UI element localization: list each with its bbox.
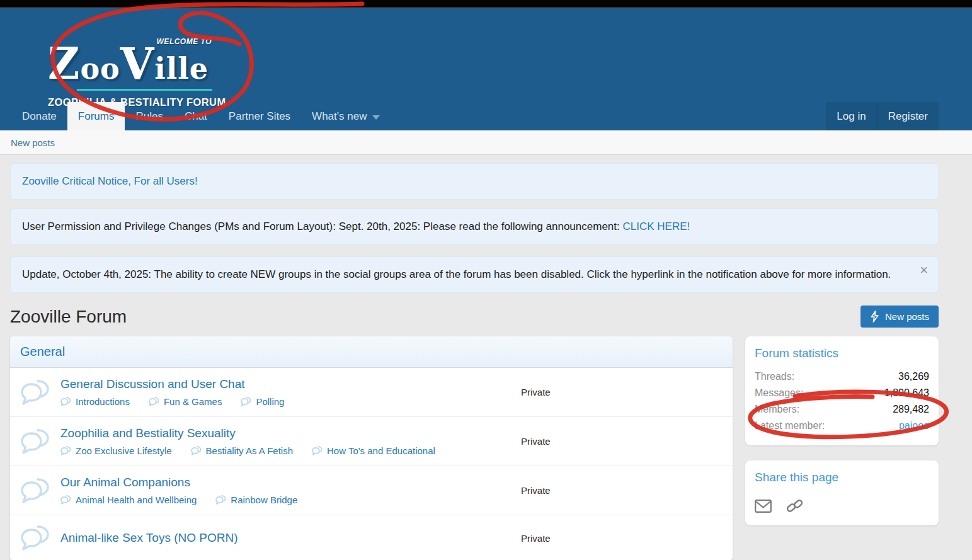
subforum-bubble-icon [60,495,71,505]
sub-navigation: New posts [0,130,972,155]
subforum-link[interactable]: Polling [241,396,284,407]
category-header-general[interactable]: General [10,336,733,368]
subnav-new-posts-link[interactable]: New posts [11,137,55,148]
forum-chat-bubbles-icon [20,525,50,551]
forum-privacy-label: Private [521,387,723,397]
subforum-list: Animal Health and Wellbeing Rainbow Brid… [60,494,521,505]
subforum-link[interactable]: Animal Health and Wellbeing [60,494,197,505]
forum-privacy-label: Private [521,436,723,447]
lightning-bolt-icon [870,311,879,323]
forum-row: Our Animal Companions Animal Health and … [10,466,733,515]
share-this-page-title: Share this page [755,471,929,484]
stat-threads: Threads: 36,269 [755,369,929,385]
forum-privacy-label: Private [521,485,723,496]
new-posts-button[interactable]: New posts [861,306,939,328]
auth-buttons: Log in Register [826,102,939,130]
share-this-page-card: Share this page [745,460,939,525]
notice-text: Update, October 4th, 2025: The ability t… [22,268,891,280]
forum-row: General Discussion and User Chat Introdu… [10,368,733,417]
nav-item-donate[interactable]: Donate [11,102,67,130]
notice-critical[interactable]: Zooville Critical Notice, For all Users! [10,163,939,200]
subforum-link[interactable]: Introductions [60,396,130,407]
subforum-link[interactable]: Zoo Exclusive Lifestyle [60,445,172,456]
nav-item-partner-sites[interactable]: Partner Sites [218,102,301,130]
forum-category-block: General General Discussion and User Chat… [10,336,733,560]
forum-statistics-card: Forum statistics Threads: 36,269 Message… [745,336,939,445]
forum-chat-bubbles-icon [20,428,50,455]
forum-statistics-title: Forum statistics [755,346,929,360]
chevron-down-icon [372,115,380,120]
forum-chat-bubbles-icon [20,477,50,504]
subforum-bubble-icon [312,446,323,455]
sidebar: Forum statistics Threads: 36,269 Message… [745,336,939,525]
subforum-list: Zoo Exclusive Lifestyle Bestiality As A … [60,445,521,456]
email-share-icon[interactable] [755,500,772,513]
page-title: Zooville Forum [10,307,127,327]
subforum-bubble-icon [241,397,251,406]
subforum-bubble-icon [60,446,71,455]
main-columns: General General Discussion and User Chat… [10,336,939,560]
main-navigation: Donate Forums Rules Chat Partner Sites W… [0,102,972,130]
latest-member-link[interactable]: paiooo [899,418,929,434]
nav-item-rules[interactable]: Rules [125,102,173,130]
forum-chat-bubbles-icon [20,379,50,406]
subforum-link[interactable]: Fun & Games [149,396,222,407]
subforum-link[interactable]: Rainbow Bridge [215,494,297,505]
login-button[interactable]: Log in [826,102,876,130]
browser-top-strip [0,0,972,8]
forum-row: Zoophilia and Bestiality Sexuality Zoo E… [10,417,733,466]
stat-latest-member: Latest member: paiooo [755,418,929,434]
forum-link[interactable]: Zoophilia and Bestiality Sexuality [60,426,236,440]
nav-item-forums[interactable]: Forums [67,102,125,130]
logo-welcome-text: WELCOME TO [157,37,212,46]
notice-groups-disabled: Update, October 4th, 2025: The ability t… [10,256,939,293]
register-button[interactable]: Register [877,102,939,130]
nav-item-chat[interactable]: Chat [174,102,218,130]
subforum-bubble-icon [149,397,159,406]
subforum-bubble-icon [215,495,226,505]
notice-text: User Permission and Privilege Changes (P… [22,220,622,232]
subforum-bubble-icon [60,397,71,406]
notice-permission-changes: User Permission and Privilege Changes (P… [10,209,939,245]
nav-item-whats-new[interactable]: What's new [301,102,391,130]
subforum-link[interactable]: Bestiality As A Fetish [191,445,293,456]
subforum-link[interactable]: How To's and Educational [312,445,435,456]
stat-members: Members: 289,482 [755,401,929,418]
subforum-bubble-icon [191,446,202,455]
forum-link[interactable]: Animal-like Sex Toys (NO PORN) [60,531,238,544]
subforum-list: Introductions Fun & Games Polling [60,396,521,407]
forum-link[interactable]: General Discussion and User Chat [60,377,245,391]
link-share-icon[interactable] [786,498,803,514]
forum-row: Animal-like Sex Toys (NO PORN) Private [10,515,733,560]
forum-privacy-label: Private [521,533,723,544]
forum-link[interactable]: Our Animal Companions [60,476,190,489]
site-header: WELCOME TO ZooVille ZOOPHILIA & BESTIALI… [0,8,972,130]
close-icon[interactable]: × [920,263,928,277]
page-heading-row: Zooville Forum New posts [10,306,939,328]
stat-messages: Messages: 1,890,643 [755,385,929,401]
click-here-link[interactable]: CLICK HERE! [622,220,690,232]
site-logo[interactable]: WELCOME TO ZooVille ZOOPHILIA & BESTIALI… [48,31,213,108]
page-content: Zooville Critical Notice, For all Users!… [10,163,939,560]
